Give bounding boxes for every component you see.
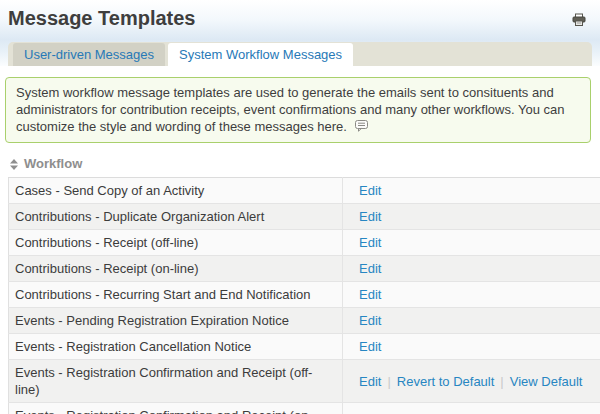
edit-link[interactable]: Edit — [359, 235, 381, 250]
table-row: Contributions - Receipt (off-line) Edit — [9, 230, 600, 256]
actions-cell: Edit|Revert to Default|View Default — [343, 403, 600, 414]
print-button[interactable] — [572, 13, 586, 27]
workflow-name: Contributions - Receipt (off-line) — [9, 230, 343, 256]
edit-link[interactable]: Edit — [359, 183, 381, 198]
action-separator: | — [387, 374, 390, 389]
printer-icon — [572, 13, 586, 30]
actions-cell: Edit — [343, 282, 600, 308]
table-row: Contributions - Recurring Start and End … — [9, 282, 600, 308]
table-row: Events - Registration Cancellation Notic… — [9, 334, 600, 360]
tab-bar: User-driven Messages System Workflow Mes… — [8, 42, 592, 66]
workflow-column-header[interactable]: Workflow — [10, 156, 120, 172]
view-default-link[interactable]: View Default — [510, 374, 583, 389]
edit-link[interactable]: Edit — [359, 261, 381, 276]
edit-link[interactable]: Edit — [359, 313, 381, 328]
actions-cell: Edit — [343, 308, 600, 334]
workflow-name: Events - Registration Confirmation and R… — [9, 403, 343, 414]
edit-link[interactable]: Edit — [359, 374, 381, 389]
workflow-name: Contributions - Duplicate Organization A… — [9, 204, 343, 230]
tab-user-driven-messages[interactable]: User-driven Messages — [13, 43, 165, 66]
workflow-table: Cases - Send Copy of an Activity Edit Co… — [8, 177, 600, 414]
workflow-table-body: Cases - Send Copy of an Activity Edit Co… — [9, 178, 600, 414]
workflow-name: Events - Registration Cancellation Notic… — [9, 334, 343, 360]
help-message-box: System workflow message templates are us… — [5, 77, 591, 143]
help-balloon-icon[interactable] — [355, 120, 368, 132]
edit-link[interactable]: Edit — [359, 209, 381, 224]
actions-cell: Edit — [343, 334, 600, 360]
revert-to-default-link[interactable]: Revert to Default — [397, 374, 495, 389]
actions-cell: Edit — [343, 230, 600, 256]
workflow-name: Contributions - Receipt (on-line) — [9, 256, 343, 282]
workflow-name: Cases - Send Copy of an Activity — [9, 178, 343, 204]
edit-link[interactable]: Edit — [359, 339, 381, 354]
table-row: Events - Registration Confirmation and R… — [9, 360, 600, 403]
actions-cell: Edit — [343, 204, 600, 230]
edit-link[interactable]: Edit — [359, 287, 381, 302]
table-row: Cases - Send Copy of an Activity Edit — [9, 178, 600, 204]
tab-system-workflow-messages[interactable]: System Workflow Messages — [168, 43, 353, 66]
workflow-name: Contributions - Recurring Start and End … — [9, 282, 343, 308]
workflow-column-label: Workflow — [24, 156, 82, 172]
actions-cell: Edit — [343, 178, 600, 204]
table-row: Events - Pending Registration Expiration… — [9, 308, 600, 334]
workflow-name: Events - Registration Confirmation and R… — [9, 360, 343, 403]
table-row: Events - Registration Confirmation and R… — [9, 403, 600, 414]
workflow-name: Events - Pending Registration Expiration… — [9, 308, 343, 334]
help-message-text: System workflow message templates are us… — [16, 85, 564, 134]
table-row: Contributions - Duplicate Organization A… — [9, 204, 600, 230]
actions-cell: Edit|Revert to Default|View Default — [343, 360, 600, 403]
page-title: Message Templates — [0, 0, 600, 30]
actions-cell: Edit — [343, 256, 600, 282]
sort-icon — [10, 159, 18, 170]
page-header: Message Templates User-driven Messages S… — [0, 0, 600, 66]
action-separator: | — [500, 374, 503, 389]
table-row: Contributions - Receipt (on-line) Edit — [9, 256, 600, 282]
